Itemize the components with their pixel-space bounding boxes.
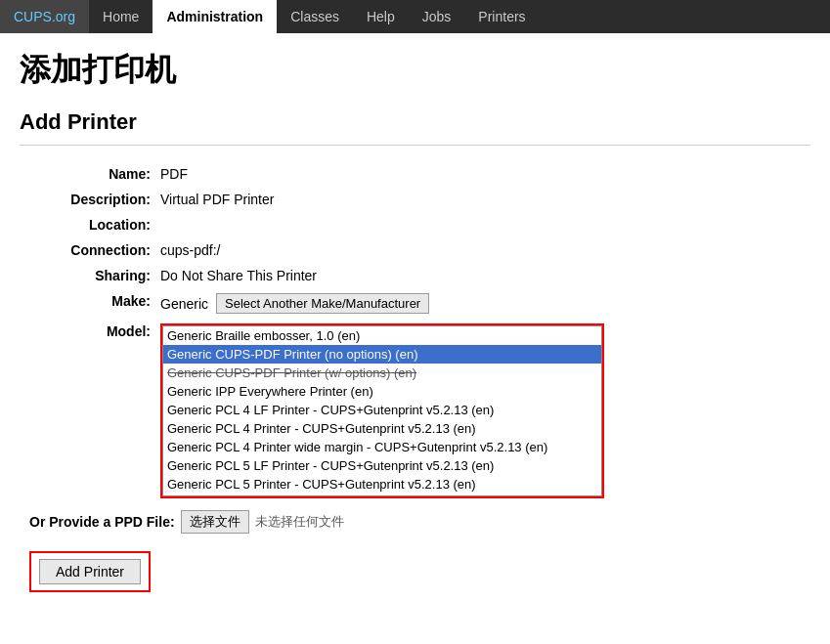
name-label: Name: (20, 161, 156, 187)
navbar-item-jobs[interactable]: Jobs (409, 0, 465, 33)
model-list-item[interactable]: Generic PCL 4 Printer wide margin - CUPS… (163, 438, 601, 456)
location-row: Location: (20, 212, 810, 237)
add-printer-section: Add Printer (29, 551, 810, 592)
model-list-item[interactable]: Generic Braille embosser, 1.0 (en) (163, 326, 601, 345)
model-list-item[interactable]: Generic CUPS-PDF Printer (w/ options) (e… (163, 364, 601, 382)
name-value: PDF (156, 161, 810, 187)
navbar-item-classes[interactable]: Classes (277, 0, 353, 33)
model-value: Generic Braille embosser, 1.0 (en)Generi… (156, 319, 810, 504)
model-listbox[interactable]: Generic Braille embosser, 1.0 (en)Generi… (162, 325, 602, 496)
ppd-no-file-text: 未选择任何文件 (255, 513, 344, 531)
model-list-item[interactable]: Generic CUPS-PDF Printer (no options) (e… (163, 345, 601, 364)
model-row: Model: Generic Braille embosser, 1.0 (en… (20, 319, 810, 504)
navbar-item-administration[interactable]: Administration (153, 0, 277, 33)
location-label: Location: (20, 212, 156, 237)
page-content: 添加打印机 Add Printer Name: PDF Description:… (0, 33, 830, 612)
model-list-item[interactable]: Generic PCL 5 Printer wide margin - CUPS… (163, 494, 601, 496)
connection-value: cups-pdf:/ (156, 237, 810, 263)
connection-label: Connection: (20, 237, 156, 263)
add-printer-wrapper: Add Printer (29, 551, 151, 592)
make-row: Make: Generic Select Another Make/Manufa… (20, 288, 810, 319)
sharing-value: Do Not Share This Printer (156, 263, 810, 288)
ppd-row: Or Provide a PPD File: 选择文件 未选择任何文件 (29, 510, 810, 534)
description-row: Description: Virtual PDF Printer (20, 187, 810, 212)
navbar-item-printers[interactable]: Printers (464, 0, 539, 33)
model-wrapper: Generic Braille embosser, 1.0 (en)Generi… (160, 323, 604, 498)
section-title: Add Printer (20, 100, 810, 146)
connection-row: Connection: cups-pdf:/ (20, 237, 810, 263)
navbar-item-home[interactable]: Home (89, 0, 153, 33)
navbar-item-help[interactable]: Help (353, 0, 409, 33)
model-list-item[interactable]: Generic PCL 5 LF Printer - CUPS+Gutenpri… (163, 456, 601, 475)
navbar-item-cups-org[interactable]: CUPS.org (0, 0, 89, 33)
navbar: CUPS.orgHomeAdministrationClassesHelpJob… (0, 0, 830, 33)
sharing-label: Sharing: (20, 263, 156, 288)
description-value: Virtual PDF Printer (156, 187, 810, 212)
ppd-label: Or Provide a PPD File: (29, 514, 175, 530)
sharing-row: Sharing: Do Not Share This Printer (20, 263, 810, 288)
select-make-button[interactable]: Select Another Make/Manufacturer (216, 293, 429, 314)
make-label: Make: (20, 288, 156, 319)
add-printer-button[interactable]: Add Printer (39, 559, 141, 584)
chinese-title: 添加打印机 (20, 33, 810, 100)
model-label: Model: (20, 319, 156, 504)
make-value: Generic Select Another Make/Manufacturer (156, 288, 810, 319)
model-list-item[interactable]: Generic PCL 4 LF Printer - CUPS+Gutenpri… (163, 401, 601, 419)
make-text: Generic (160, 296, 208, 312)
name-row: Name: PDF (20, 161, 810, 187)
model-list-item[interactable]: Generic PCL 5 Printer - CUPS+Gutenprint … (163, 475, 601, 494)
form-table: Name: PDF Description: Virtual PDF Print… (20, 161, 810, 504)
description-label: Description: (20, 187, 156, 212)
model-list-item[interactable]: Generic IPP Everywhere Printer (en) (163, 382, 601, 401)
ppd-choose-button[interactable]: 选择文件 (181, 510, 249, 534)
location-value (156, 212, 810, 237)
model-list-item[interactable]: Generic PCL 4 Printer - CUPS+Gutenprint … (163, 419, 601, 438)
